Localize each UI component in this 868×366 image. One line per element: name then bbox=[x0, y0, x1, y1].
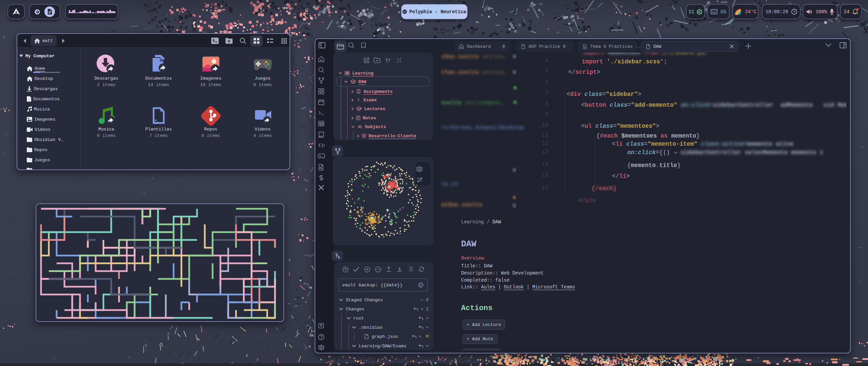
svg-text:$: $ bbox=[213, 39, 215, 43]
